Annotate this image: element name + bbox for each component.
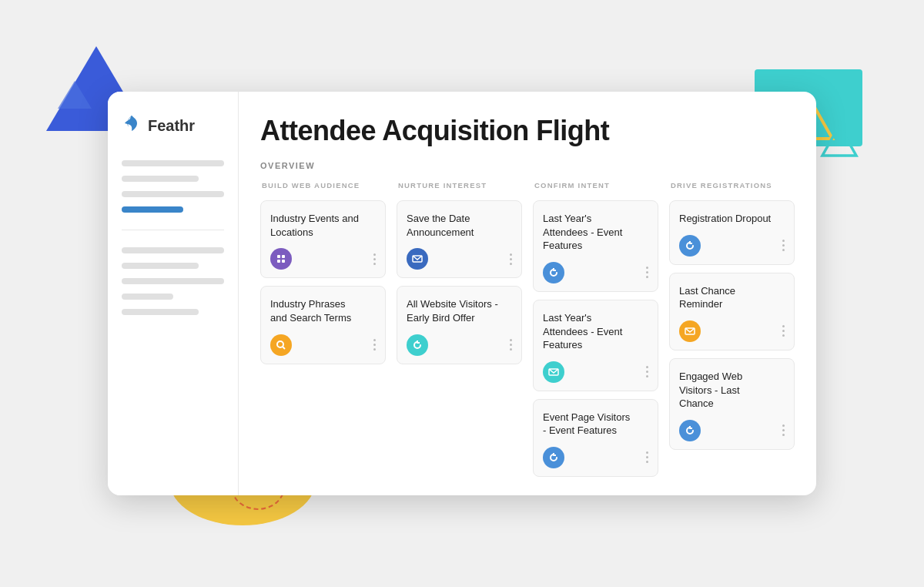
column-header-1: BUILD WEB AUDIENCE — [260, 181, 386, 190]
email-icon-2 — [543, 361, 564, 383]
sidebar-line-2 — [122, 176, 199, 182]
column-drive-registrations: DRIVE REGISTRATIONS Registration Dropout — [669, 181, 795, 476]
campaign-card-last-chance: Last Chance Reminder — [669, 273, 795, 351]
campaign-title-save-date: Save the Date Announcement — [407, 212, 512, 239]
column-header-4: DRIVE REGISTRATIONS — [669, 181, 795, 190]
campaign-title-last-chance: Last Chance Reminder — [679, 284, 785, 311]
refresh-icon-4 — [679, 235, 701, 257]
sidebar-logo: Feathr — [122, 113, 224, 139]
puzzle-icon — [270, 248, 292, 270]
column-header-2: NURTURE INTEREST — [397, 181, 522, 190]
sidebar-line-active[interactable] — [122, 206, 183, 213]
campaign-title-engaged-web: Engaged Web Visitors - Last Chance — [679, 370, 785, 411]
bg-triangle-teal-outline — [820, 123, 859, 161]
column-header-3: CONFIRM INTENT — [533, 181, 658, 190]
sidebar-nav-lines-2 — [122, 246, 224, 317]
sidebar-line-5 — [122, 247, 224, 253]
sidebar-line-6 — [122, 263, 199, 269]
campaign-card-industry-events: Industry Events and Locations — [260, 200, 386, 278]
campaign-title-lastyear-1: Last Year's Attendees - Event Features — [543, 212, 648, 253]
campaign-menu-dots-4[interactable] — [510, 339, 512, 351]
svg-rect-7 — [277, 260, 280, 263]
sidebar-line-3 — [122, 191, 224, 197]
campaign-footer-6 — [543, 361, 648, 383]
sidebar-line-7 — [122, 278, 224, 284]
page-title: Attendee Acquisition Flight — [260, 115, 795, 147]
sidebar-nav-lines — [122, 159, 224, 214]
refresh-icon-3 — [543, 447, 564, 468]
svg-line-10 — [283, 347, 285, 349]
campaign-menu-dots-9[interactable] — [782, 325, 785, 337]
sidebar-line-9 — [122, 309, 199, 315]
campaign-card-industry-phrases: Industry Phrases and Search Terms — [260, 286, 386, 364]
campaign-footer-5 — [543, 262, 648, 283]
sidebar-logo-text: Feathr — [148, 117, 195, 135]
campaign-card-all-website: All Website Visitors - Early Bird Offer — [397, 286, 522, 364]
campaign-footer — [270, 248, 376, 270]
campaign-footer-8 — [679, 235, 785, 257]
column-confirm-intent: CONFIRM INTENT Last Year's Attendees - E… — [533, 181, 658, 476]
campaign-title-registration-dropout: Registration Dropout — [679, 212, 785, 226]
campaign-card-lastyear-2: Last Year's Attendees - Event Features — [533, 300, 658, 391]
campaign-footer-9 — [679, 320, 785, 342]
svg-point-9 — [277, 341, 283, 347]
campaign-card-save-date: Save the Date Announcement — [397, 200, 522, 278]
campaign-columns: BUILD WEB AUDIENCE Industry Events and L… — [260, 181, 795, 476]
main-card: Feathr Attendee Acquisition Flight OVERV… — [108, 92, 816, 495]
campaign-menu-dots-6[interactable] — [646, 366, 648, 377]
main-content: Attendee Acquisition Flight OVERVIEW BUI… — [239, 92, 816, 495]
svg-rect-6 — [282, 255, 285, 258]
campaign-footer-3 — [407, 248, 512, 270]
campaign-menu-dots-5[interactable] — [646, 267, 648, 278]
campaign-menu-dots-10[interactable] — [782, 424, 785, 436]
column-build-web-audience: BUILD WEB AUDIENCE Industry Events and L… — [260, 181, 386, 476]
refresh-icon-2 — [543, 262, 564, 283]
refresh-icon-5 — [679, 420, 701, 441]
campaign-title-industry-phrases: Industry Phrases and Search Terms — [270, 297, 376, 324]
campaign-footer-10 — [679, 420, 785, 441]
sidebar-line-1 — [122, 160, 224, 166]
campaign-card-registration-dropout: Registration Dropout — [669, 200, 795, 265]
campaign-title-event-page: Event Page Visitors - Event Features — [543, 411, 648, 438]
email-icon-1 — [407, 248, 428, 270]
email-icon-3 — [679, 320, 701, 342]
campaign-card-event-page: Event Page Visitors - Event Features — [533, 399, 658, 477]
section-overview-label: OVERVIEW — [260, 161, 795, 170]
campaign-menu-dots-2[interactable] — [373, 339, 376, 351]
campaign-card-engaged-web: Engaged Web Visitors - Last Chance — [669, 358, 795, 450]
sidebar-line-8 — [122, 294, 173, 300]
campaign-footer-4 — [407, 334, 512, 356]
svg-rect-5 — [277, 255, 280, 258]
svg-marker-1 — [822, 126, 856, 156]
campaign-menu-dots-7[interactable] — [646, 451, 648, 463]
bg-triangle-blue-small — [58, 81, 92, 109]
column-nurture-interest: NURTURE INTEREST Save the Date Announcem… — [397, 181, 522, 476]
campaign-title-industry-events: Industry Events and Locations — [270, 212, 376, 239]
search-icon — [270, 334, 292, 356]
sidebar-divider — [122, 230, 224, 230]
campaign-menu-dots-8[interactable] — [782, 240, 785, 251]
campaign-card-lastyear-1: Last Year's Attendees - Event Features — [533, 200, 658, 292]
campaign-menu-dots-3[interactable] — [510, 253, 512, 265]
campaign-footer-2 — [270, 334, 376, 356]
refresh-icon-1 — [407, 334, 428, 356]
svg-rect-8 — [282, 260, 285, 263]
feathr-logo-icon — [122, 113, 142, 139]
campaign-title-all-website: All Website Visitors - Early Bird Offer — [407, 297, 512, 324]
sidebar: Feathr — [108, 92, 239, 495]
campaign-menu-dots[interactable] — [373, 253, 376, 265]
campaign-footer-7 — [543, 447, 648, 468]
campaign-title-lastyear-2: Last Year's Attendees - Event Features — [543, 311, 648, 352]
